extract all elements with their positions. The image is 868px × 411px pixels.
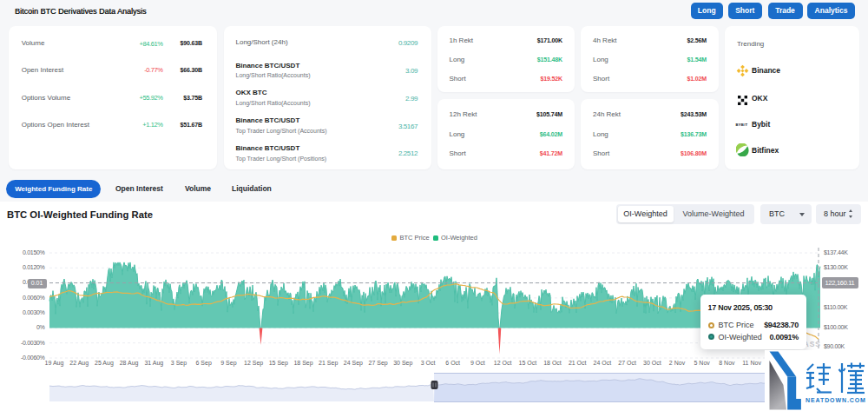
svg-text:NEATDOWN.COM: NEATDOWN.COM xyxy=(806,396,866,402)
